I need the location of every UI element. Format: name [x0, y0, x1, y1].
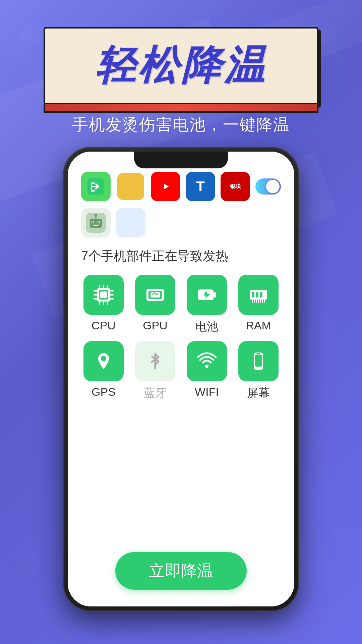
screen-icon-box [238, 341, 279, 381]
component-screen[interactable]: 屏幕 [236, 341, 281, 401]
screen-label: 屏幕 [247, 385, 270, 401]
ram-label: RAM [246, 319, 271, 332]
wifi-icon-box [187, 341, 227, 381]
component-bluetooth[interactable]: 蓝牙 [133, 341, 178, 401]
cpu-label: CPU [92, 319, 116, 332]
battery-icon [195, 283, 219, 307]
component-battery[interactable]: 电池 [184, 275, 229, 334]
gpu-label: GPU [143, 319, 168, 332]
bluetooth-icon [143, 349, 167, 373]
component-gpu[interactable]: GPU [133, 275, 178, 334]
svg-rect-49 [256, 353, 260, 354]
svg-point-11 [95, 214, 97, 217]
svg-rect-33 [252, 292, 254, 298]
svg-rect-14 [100, 291, 107, 298]
app-icon-truck[interactable]: 🚛 [116, 172, 145, 201]
gpu-icon [143, 283, 167, 307]
svg-point-8 [92, 221, 94, 223]
battery-icon-box [187, 275, 227, 315]
svg-point-9 [98, 221, 100, 223]
app-icon-pay[interactable]: 银联 [221, 172, 250, 201]
app-icon-export[interactable] [81, 172, 111, 201]
app-row-1: 🚛 T [78, 172, 284, 201]
ram-icon [246, 283, 270, 307]
wifi-icon [195, 349, 219, 373]
subtitle: 手机发烫伤害电池，一键降温 [72, 114, 290, 136]
phone-notch [134, 152, 228, 168]
svg-rect-47 [255, 355, 262, 367]
component-ram[interactable]: RAM [236, 275, 281, 334]
app-icon-blue[interactable]: T [186, 172, 215, 201]
gps-label: GPS [92, 385, 116, 398]
wifi-label: WIFI [195, 385, 219, 398]
bluetooth-label: 蓝牙 [144, 385, 167, 401]
app-icon-robot[interactable] [81, 208, 111, 237]
component-gps[interactable]: GPS [81, 341, 126, 401]
cpu-icon [92, 283, 116, 307]
phone-screen: 🚛 T [68, 152, 294, 606]
phone-outer: 🚛 T [64, 148, 298, 610]
battery-label: 电池 [195, 319, 218, 334]
svg-rect-1 [117, 173, 144, 200]
ram-icon-box [238, 275, 279, 315]
svg-rect-34 [256, 292, 258, 298]
screen-icon [246, 349, 270, 373]
svg-rect-31 [214, 292, 216, 298]
heating-notice: 7个手机部件正在导致发热 [78, 248, 284, 265]
gps-icon [92, 349, 116, 373]
component-cpu[interactable]: CPU [81, 275, 126, 334]
svg-point-43 [101, 356, 106, 361]
toggle-switch[interactable] [255, 178, 281, 195]
app-row-2 [78, 208, 284, 237]
toggle-knob [266, 180, 280, 193]
action-button[interactable]: 立即降温 [115, 552, 247, 590]
component-grid: CPU [78, 275, 284, 401]
svg-rect-48 [256, 368, 260, 369]
gps-icon-box [83, 341, 124, 381]
bluetooth-icon-box [135, 341, 175, 381]
svg-point-45 [205, 365, 208, 368]
app-icon-youtube[interactable] [151, 172, 180, 201]
cpu-icon-box [83, 275, 124, 315]
svg-text:T: T [196, 178, 205, 194]
phone-inner: 🚛 T [68, 152, 294, 606]
title-banner: 轻松降温 [44, 27, 318, 105]
title-section: 轻松降温 [44, 27, 318, 105]
svg-rect-5 [90, 219, 102, 228]
gpu-icon-box [135, 275, 175, 315]
component-wifi[interactable]: WIFI [184, 341, 229, 401]
phone-mockup: 🚛 T [64, 148, 298, 610]
main-title: 轻松降温 [65, 39, 297, 93]
svg-rect-35 [260, 292, 262, 298]
app-icon-blank[interactable] [116, 208, 145, 237]
